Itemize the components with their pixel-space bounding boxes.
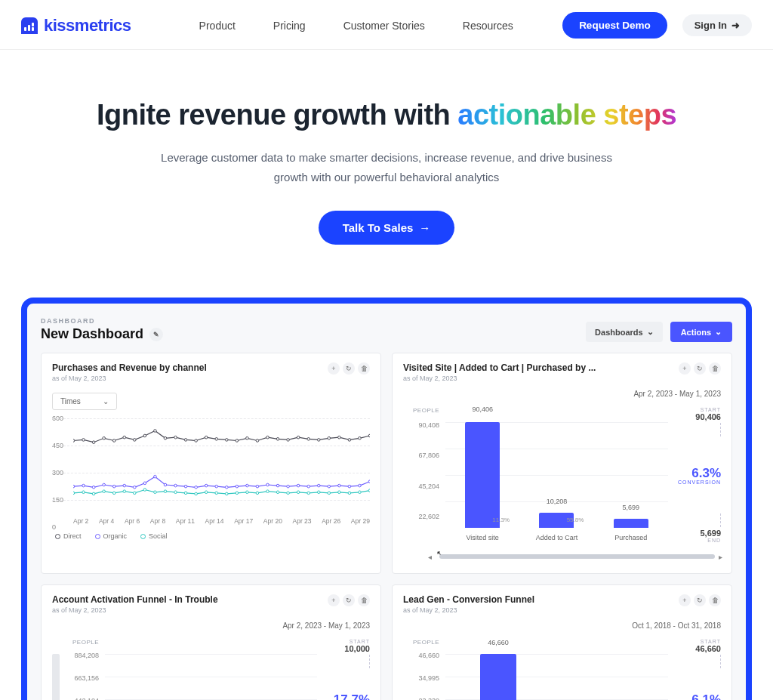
svg-point-37 (143, 482, 146, 485)
card3-delete-icon[interactable]: 🗑 (358, 594, 370, 606)
logo-icon (21, 17, 38, 34)
start-value: 90,406 (674, 412, 721, 421)
card4-refresh-icon[interactable]: ↻ (694, 594, 706, 606)
svg-point-47 (246, 484, 249, 487)
svg-point-59 (368, 480, 370, 483)
svg-point-24 (317, 439, 320, 442)
svg-point-20 (276, 438, 279, 441)
svg-point-46 (236, 485, 239, 488)
svg-point-25 (328, 436, 331, 439)
nav-resources[interactable]: Resources (463, 20, 513, 32)
svg-point-29 (368, 434, 370, 437)
svg-point-80 (276, 491, 279, 494)
svg-point-45 (226, 486, 229, 489)
bar-category: Added to Cart (519, 534, 593, 541)
talk-to-sales-button[interactable]: Talk To Sales → (319, 211, 455, 245)
card4-range: Oct 1, 2018 - Oct 31, 2018 (403, 621, 721, 630)
svg-point-76 (236, 492, 239, 495)
svg-point-43 (205, 484, 208, 487)
svg-point-85 (328, 492, 331, 495)
card4-sub: as of May 2, 2023 (403, 606, 534, 614)
svg-point-31 (82, 484, 85, 487)
card2-delete-icon[interactable]: 🗑 (709, 362, 721, 375)
svg-point-69 (164, 490, 167, 493)
legend-direct: Direct (55, 532, 82, 540)
bar-purchased (614, 519, 648, 528)
dashboard-preview: DASHBOARD New Dashboard ✎ Dashboards ⌄ A… (21, 298, 752, 700)
sign-in-label: Sign In (694, 20, 727, 31)
dashboards-dropdown[interactable]: Dashboards ⌄ (586, 322, 663, 342)
svg-point-28 (359, 436, 362, 439)
svg-point-26 (338, 436, 341, 439)
card3-add-icon[interactable]: + (328, 594, 340, 606)
svg-point-12 (195, 439, 198, 443)
card2-refresh-icon[interactable]: ↻ (694, 362, 706, 375)
svg-point-32 (92, 486, 95, 489)
svg-point-71 (184, 492, 187, 495)
conversion-pct: 6.1% (674, 692, 721, 700)
svg-point-30 (73, 485, 75, 488)
svg-point-64 (112, 492, 115, 495)
card-purchases-revenue: Purchases and Revenue by channel as of M… (41, 353, 381, 574)
svg-point-86 (338, 491, 341, 494)
card1-refresh-icon[interactable]: ↻ (343, 362, 355, 375)
step-pct: 11.3% (492, 517, 510, 523)
svg-point-74 (215, 492, 218, 495)
svg-point-78 (256, 492, 259, 495)
card4-delete-icon[interactable]: 🗑 (709, 594, 721, 606)
card1-delete-icon[interactable]: 🗑 (358, 362, 370, 375)
start-label: START (674, 407, 721, 412)
svg-point-13 (205, 436, 208, 439)
logo[interactable]: kissmetrics (21, 16, 131, 35)
card4-add-icon[interactable]: + (679, 594, 691, 606)
edit-icon[interactable]: ✎ (149, 328, 163, 341)
svg-point-48 (256, 485, 259, 488)
card1-add-icon[interactable]: + (328, 362, 340, 375)
actions-dropdown[interactable]: Actions ⌄ (670, 322, 732, 342)
card-visited-funnel: Visited Site | Added to Cart | Purchased… (392, 353, 732, 574)
drag-handle[interactable] (52, 654, 60, 700)
card2-scrollbar[interactable]: ◂ ↖ ▸ (402, 552, 722, 560)
svg-point-52 (297, 484, 300, 487)
ytick: 0 (52, 523, 56, 531)
nav-customer-stories[interactable]: Customer Stories (343, 20, 425, 32)
svg-point-15 (226, 439, 229, 442)
svg-point-10 (174, 436, 177, 439)
request-demo-button[interactable]: Request Demo (562, 12, 667, 39)
hero-headline: Ignite revenue growth with actionable st… (30, 99, 743, 131)
hero-headline-gradient: actionable steps (457, 99, 676, 131)
card2-funnel: PEOPLE 90,408 67,806 45,204 22,602 90,40… (403, 407, 721, 543)
end-value: 5,699 (674, 529, 721, 538)
end-label: END (674, 538, 721, 543)
times-dropdown[interactable]: Times ⌄ (52, 393, 117, 410)
card2-stats: START 90,406 6.3% CONVERSION 5,699 END (668, 407, 721, 543)
bar-value: 90,406 (445, 406, 519, 413)
svg-point-44 (215, 485, 218, 488)
dashboard-title: New Dashboard ✎ (41, 326, 163, 342)
actions-dropdown-label: Actions (681, 328, 711, 337)
svg-point-27 (348, 439, 351, 442)
svg-point-84 (317, 491, 320, 494)
card1-linechart: 600 450 300 150 0 (52, 416, 370, 529)
ytick: 663,156 (63, 674, 105, 697)
card2-title: Visited Site | Added to Cart | Purchased… (403, 362, 596, 373)
bar-visited (465, 422, 500, 528)
axis-title: PEOPLE (403, 407, 445, 414)
main-nav: Product Pricing Customer Stories Resourc… (199, 20, 513, 32)
sign-in-button[interactable]: Sign In ➜ (682, 14, 752, 36)
nav-pricing[interactable]: Pricing (273, 20, 306, 32)
svg-point-54 (317, 484, 320, 487)
start-value: 46,660 (674, 644, 721, 653)
svg-point-3 (103, 436, 106, 439)
svg-point-89 (368, 489, 370, 492)
talk-to-sales-label: Talk To Sales (343, 221, 414, 234)
nav-product[interactable]: Product (199, 20, 236, 32)
card2-add-icon[interactable]: + (679, 362, 691, 375)
ytick: 442,104 (63, 697, 105, 700)
card3-title: Account Activation Funnel - In Trouble (52, 594, 218, 605)
svg-point-70 (174, 491, 177, 494)
scroll-left-icon: ◂ (426, 553, 433, 560)
card3-refresh-icon[interactable]: ↻ (343, 594, 355, 606)
legend-social: Social (140, 532, 168, 540)
svg-point-79 (266, 490, 269, 493)
